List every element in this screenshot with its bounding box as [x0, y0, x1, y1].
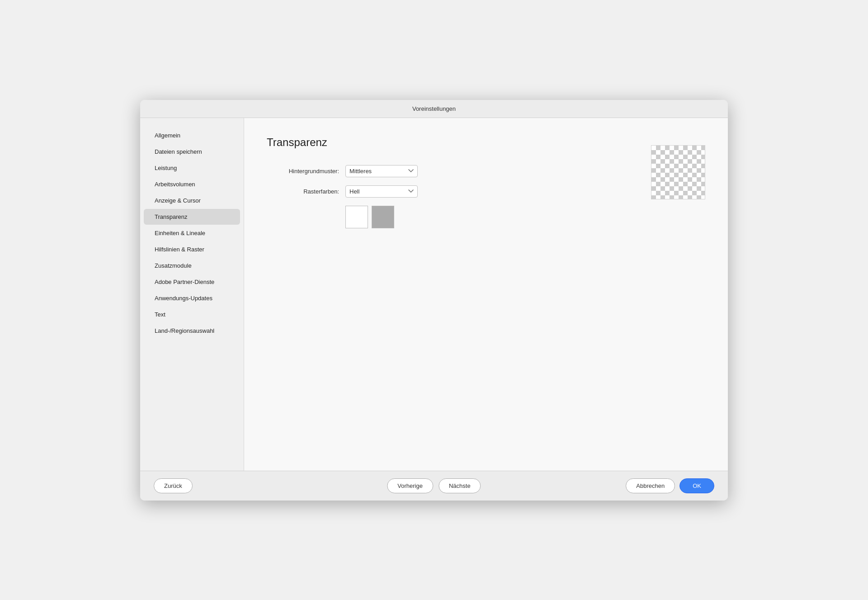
sidebar-item-leistung[interactable]: Leistung [144, 160, 240, 176]
sidebar-item-hilfslinien-raster[interactable]: Hilfslinien & Raster [144, 241, 240, 257]
sidebar-item-transparenz[interactable]: Transparenz [144, 209, 240, 225]
rasterfarben-label: Rasterfarben: [267, 188, 339, 195]
checkerboard-preview [651, 145, 705, 199]
footer-center: Vorherige Nächste [387, 478, 481, 493]
preferences-dialog: Voreinstellungen AllgemeinDateien speich… [140, 100, 728, 501]
dialog-footer: Zurück Vorherige Nächste Abbrechen OK [140, 471, 728, 501]
sidebar-item-anzeige-cursor[interactable]: Anzeige & Cursor [144, 193, 240, 208]
sidebar-item-zusatzmodule[interactable]: Zusatzmodule [144, 258, 240, 274]
color-swatches [345, 206, 705, 228]
next-button[interactable]: Nächste [439, 478, 481, 493]
footer-right: Abbrechen OK [626, 478, 714, 493]
footer-wrapper: Zurück Vorherige Nächste Abbrechen OK [154, 478, 714, 493]
hintergrundmuster-label: Hintergrundmuster: [267, 168, 339, 175]
page-title: Transparenz [267, 136, 705, 149]
sidebar-item-land-regionsauswahl[interactable]: Land-/Regionsauswahl [144, 323, 240, 339]
dialog-title: Voreinstellungen [412, 105, 456, 112]
rasterfarben-select[interactable]: Hell Mittel Dunkel Benutzerdefiniert [345, 185, 418, 198]
swatch-gray[interactable] [372, 206, 394, 228]
sidebar-item-einheiten-lineale[interactable]: Einheiten & Lineale [144, 225, 240, 241]
main-content: Transparenz Hintergrundmuster: Klein Mit… [244, 118, 728, 471]
ok-button[interactable]: OK [679, 478, 714, 493]
swatch-white[interactable] [345, 206, 368, 228]
rasterfarben-row: Rasterfarben: Hell Mittel Dunkel Benutze… [267, 185, 705, 198]
title-bar: Voreinstellungen [140, 100, 728, 118]
sidebar-item-arbeitsvolumen[interactable]: Arbeitsvolumen [144, 176, 240, 192]
footer-left: Zurück [154, 478, 193, 493]
back-button[interactable]: Zurück [154, 478, 193, 493]
sidebar-item-allgemein[interactable]: Allgemein [144, 128, 240, 143]
sidebar-item-dateien-speichern[interactable]: Dateien speichern [144, 144, 240, 160]
sidebar-item-anwendungs-updates[interactable]: Anwendungs-Updates [144, 290, 240, 306]
hintergrundmuster-select[interactable]: Klein Mittleres Groß Ohne [345, 165, 418, 177]
hintergrundmuster-row: Hintergrundmuster: Klein Mittleres Groß … [267, 165, 705, 177]
sidebar: AllgemeinDateien speichernLeistungArbeit… [140, 118, 244, 471]
prev-button[interactable]: Vorherige [387, 478, 433, 493]
cancel-button[interactable]: Abbrechen [626, 478, 675, 493]
dialog-body: AllgemeinDateien speichernLeistungArbeit… [140, 118, 728, 471]
sidebar-item-adobe-partner-dienste[interactable]: Adobe Partner-Dienste [144, 274, 240, 290]
sidebar-item-text[interactable]: Text [144, 307, 240, 322]
